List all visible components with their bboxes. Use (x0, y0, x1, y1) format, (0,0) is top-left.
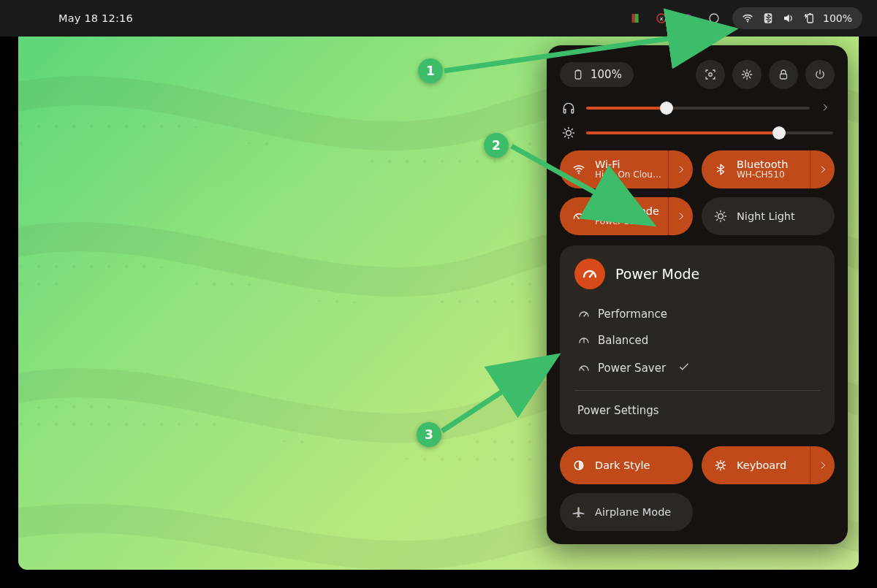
keyboard-label: Keyboard (737, 459, 810, 472)
svg-point-14 (745, 73, 749, 77)
battery-percent-label: 100% (823, 12, 852, 24)
battery-chip-label: 100% (591, 68, 622, 81)
battery-icon (572, 68, 585, 81)
power-option-performance[interactable]: Performance (574, 301, 820, 327)
lock-button[interactable] (769, 60, 798, 89)
power-mode-expand[interactable] (668, 197, 693, 235)
power-settings-link[interactable]: Power Settings (574, 401, 820, 420)
settings-button[interactable] (732, 60, 762, 89)
gauge-mid-icon (577, 334, 591, 347)
tray-applet-2[interactable]: x (653, 10, 669, 26)
bluetooth-icon (714, 163, 727, 176)
headphones-icon (561, 101, 576, 115)
svg-point-16 (566, 131, 572, 136)
power-mode-title: Power Mode (615, 266, 699, 282)
power-mode-tile[interactable]: Power ModePower Saver (560, 197, 693, 235)
bluetooth-sub: WH-CH510 (737, 170, 810, 180)
svg-point-7 (747, 20, 748, 22)
night-light-label: Night Light (737, 210, 824, 223)
svg-line-18 (577, 215, 579, 218)
svg-line-21 (584, 313, 587, 317)
svg-line-20 (590, 273, 593, 277)
wifi-sub: High On Clou… (595, 170, 668, 180)
system-status-pill[interactable]: 100% (732, 7, 862, 29)
power-button[interactable] (805, 60, 835, 89)
brightness-slider[interactable] (586, 131, 833, 134)
wifi-label: Wi-Fi (595, 159, 668, 171)
wifi-tile[interactable]: Wi-FiHigh On Clou… (560, 150, 693, 188)
wifi-expand[interactable] (668, 150, 693, 188)
svg-rect-12 (577, 69, 580, 71)
wifi-icon (741, 12, 754, 25)
dark-style-tile[interactable]: Dark Style (560, 446, 693, 484)
brightness-slider-row (561, 126, 833, 140)
volume-icon (782, 12, 795, 25)
night-light-icon (713, 209, 728, 224)
gauge-low-icon (577, 362, 591, 375)
airplane-icon (572, 505, 586, 519)
power-option-balanced[interactable]: Balanced (574, 327, 820, 354)
svg-point-6 (710, 14, 718, 23)
svg-rect-15 (781, 74, 787, 79)
keyboard-tile[interactable]: Keyboard (702, 446, 835, 484)
clock[interactable]: May 18 12:16 (58, 12, 133, 24)
svg-point-17 (578, 172, 580, 174)
power-mode-sub: Power Saver (595, 217, 668, 227)
brightness-icon (561, 126, 576, 140)
annotation-step-3: 3 (417, 422, 441, 447)
tray-applet-1[interactable] (627, 10, 643, 26)
system-tray: x 100% (627, 7, 862, 29)
svg-rect-9 (808, 15, 813, 23)
svg-rect-2 (635, 14, 639, 23)
battery-charging-icon (802, 12, 816, 25)
volume-slider[interactable] (586, 107, 810, 110)
svg-point-13 (709, 73, 713, 77)
bluetooth-tile[interactable]: BluetoothWH-CH510 (702, 150, 835, 188)
volume-slider-row (561, 101, 833, 115)
airplane-label: Airplane Mode (595, 506, 683, 519)
keyboard-brightness-icon (713, 458, 728, 473)
svg-point-19 (718, 214, 724, 219)
quick-settings-panel: 100% Wi-FiHigh On Clou… Blueto (547, 45, 848, 544)
wifi-icon (572, 162, 586, 177)
annotation-step-2: 2 (484, 133, 509, 158)
gauge-high-icon (577, 308, 591, 321)
bluetooth-icon (762, 12, 775, 25)
dark-style-icon (572, 458, 586, 473)
battery-chip[interactable]: 100% (560, 62, 634, 87)
top-bar: May 18 12:16 x 100% (0, 0, 877, 37)
gauge-icon (572, 209, 586, 224)
tray-applet-4[interactable] (706, 10, 722, 26)
svg-text:x: x (660, 15, 664, 22)
bluetooth-label: Bluetooth (737, 159, 810, 171)
screenshot-button[interactable] (696, 60, 725, 89)
svg-rect-10 (809, 13, 811, 15)
airplane-mode-tile[interactable]: Airplane Mode (560, 493, 693, 531)
night-light-tile[interactable]: Night Light (702, 197, 835, 235)
svg-point-25 (718, 463, 724, 468)
svg-line-23 (581, 367, 584, 370)
power-mode-label: Power Mode (595, 205, 668, 218)
tray-applet-3[interactable] (680, 10, 696, 26)
bluetooth-expand[interactable] (810, 150, 835, 188)
divider (574, 390, 820, 391)
dark-style-label: Dark Style (595, 459, 683, 472)
volume-expand[interactable] (820, 102, 833, 115)
keyboard-expand[interactable] (810, 446, 835, 484)
gauge-badge-icon (574, 259, 605, 289)
power-option-saver[interactable]: Power Saver (574, 354, 820, 383)
check-icon (677, 360, 691, 376)
annotation-step-1: 1 (418, 58, 443, 83)
svg-rect-11 (575, 71, 581, 79)
power-mode-submenu: Power Mode Performance Balanced Power Sa… (560, 245, 835, 435)
